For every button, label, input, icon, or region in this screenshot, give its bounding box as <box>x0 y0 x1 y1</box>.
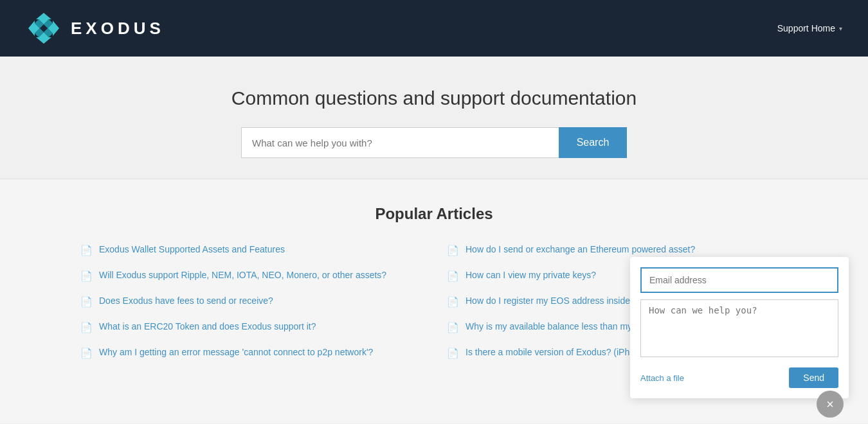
hero-section: Common questions and support documentati… <box>0 57 868 179</box>
document-icon: 📄 <box>80 348 93 359</box>
support-home-link[interactable]: Support Home <box>777 23 835 33</box>
search-button[interactable]: Search <box>559 127 627 158</box>
support-widget: Attach a file Send <box>630 257 849 398</box>
document-icon: 📄 <box>447 270 459 282</box>
list-item: 📄 What is an ERC20 Token and does Exodus… <box>80 321 421 333</box>
logo-text: EXODUS <box>71 19 165 39</box>
widget-message-input[interactable] <box>640 299 838 357</box>
search-bar: Search <box>241 127 627 158</box>
list-item: 📄 Exodus Wallet Supported Assets and Fea… <box>80 243 421 256</box>
article-link[interactable]: Will Exodus support Ripple, NEM, IOTA, N… <box>99 269 386 282</box>
article-link[interactable]: Why am I getting an error message 'canno… <box>99 346 373 359</box>
article-link[interactable]: Does Exodus have fees to send or receive… <box>99 295 273 308</box>
logo: EXODUS <box>26 10 165 46</box>
list-item: 📄 How do I send or exchange an Ethereum … <box>447 243 788 256</box>
widget-email-input[interactable] <box>640 267 838 293</box>
article-link[interactable]: How do I send or exchange an Ethereum po… <box>466 243 695 256</box>
exodus-logo-icon <box>26 10 62 46</box>
widget-footer: Attach a file Send <box>640 367 838 388</box>
nav-arrow: ▾ <box>839 25 842 32</box>
document-icon: 📄 <box>80 270 93 282</box>
list-item: 📄 Will Exodus support Ripple, NEM, IOTA,… <box>80 269 421 282</box>
document-icon: 📄 <box>80 296 93 308</box>
article-link[interactable]: Exodus Wallet Supported Assets and Featu… <box>99 243 285 256</box>
close-widget-button[interactable]: × <box>817 391 844 418</box>
header: EXODUS Support Home ▾ <box>0 0 868 57</box>
close-icon: × <box>826 397 834 412</box>
list-item: 📄 Why am I getting an error message 'can… <box>80 346 421 359</box>
document-icon: 📄 <box>80 322 93 333</box>
document-icon: 📄 <box>80 245 93 256</box>
header-nav: Support Home ▾ <box>777 23 842 33</box>
send-button[interactable]: Send <box>789 367 838 388</box>
list-item: 📄 Does Exodus have fees to send or recei… <box>80 295 421 308</box>
hero-title: Common questions and support documentati… <box>13 87 855 109</box>
document-icon: 📄 <box>447 348 459 359</box>
search-input[interactable] <box>241 127 559 158</box>
articles-left-column: 📄 Exodus Wallet Supported Assets and Fea… <box>80 243 421 372</box>
document-icon: 📄 <box>447 296 459 308</box>
article-link[interactable]: How can I view my private keys? <box>466 269 596 282</box>
article-link[interactable]: What is an ERC20 Token and does Exodus s… <box>99 321 316 333</box>
attach-file-link[interactable]: Attach a file <box>640 373 684 383</box>
popular-articles-title: Popular Articles <box>51 205 817 223</box>
document-icon: 📄 <box>447 322 459 333</box>
document-icon: 📄 <box>447 245 459 256</box>
